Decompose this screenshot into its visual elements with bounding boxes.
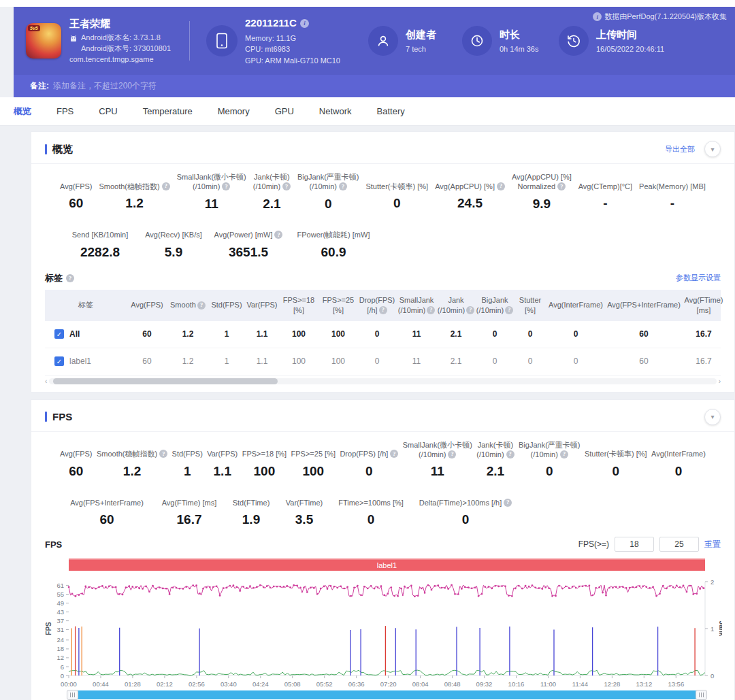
stat-label-line: Avg(FPS) <box>127 300 167 310</box>
zoom-handle-left[interactable] <box>67 690 78 700</box>
help-icon[interactable]: ? <box>557 182 566 190</box>
device-info-icon[interactable]: i <box>300 19 309 28</box>
help-icon[interactable]: ? <box>159 450 167 458</box>
svg-text:1: 1 <box>710 625 714 633</box>
help-icon[interactable]: ? <box>162 182 170 190</box>
stat-label: Drop(FPS) [/h]? <box>340 440 398 459</box>
zoom-handle-right[interactable] <box>696 690 707 700</box>
param-display-settings-link[interactable]: 参数显示设置 <box>676 273 721 283</box>
row-checkbox[interactable]: ✓ <box>54 329 64 339</box>
stat-cell: Jank(卡顿)(/10min)?2.1 <box>476 440 514 480</box>
stat-label-line: Var(FPS) <box>245 300 279 310</box>
stat-label-line: Avg(AppCPU) [%] <box>512 172 572 182</box>
labels-table-header: 标签Avg(FPS)Smooth?Std(FPS)Var(FPS)FPS>=18… <box>45 290 721 321</box>
stat-cell: SmallJank(微小卡顿)(/10min)?11 <box>403 440 472 480</box>
stat-value: 1.2 <box>97 464 167 479</box>
column-header: FPS>=25[%] <box>318 295 358 315</box>
version-note-text: 数据由PerfDog(7.1.220504)版本收集 <box>604 12 727 22</box>
stat-label-line: (/10min)? <box>403 450 472 459</box>
tab-GPU[interactable]: GPU <box>275 106 294 116</box>
tab-Battery[interactable]: Battery <box>377 106 405 116</box>
fps-threshold-input-1[interactable] <box>615 537 654 552</box>
stat-value: 0 <box>651 464 706 479</box>
fps-chart[interactable]: FPSJank0612182431374349556101200:0000:44… <box>45 576 722 689</box>
chevron-down-icon: ▾ <box>710 146 714 153</box>
cell: 100 <box>279 329 318 339</box>
stat-cell: Peak(Memory) [MB]- <box>639 172 706 212</box>
cell: 2.1 <box>437 356 475 366</box>
svg-text:2: 2 <box>710 578 714 586</box>
stat-label-line: Smooth? <box>167 300 208 310</box>
tab-CPU[interactable]: CPU <box>99 106 117 116</box>
stat-value: 0 <box>365 196 428 211</box>
history-icon <box>559 26 589 56</box>
stat-label-line: (/10min)? <box>177 182 246 191</box>
help-icon[interactable]: ? <box>66 274 74 282</box>
tab-Memory[interactable]: Memory <box>218 106 250 116</box>
stat-cell: Smooth(稳帧指数)?1.2 <box>99 172 169 212</box>
tab-Temperature[interactable]: Temperature <box>143 106 193 116</box>
stat-label: Avg(FPS) <box>60 440 92 459</box>
help-icon[interactable]: ? <box>222 182 230 190</box>
remark-placeholder: 添加备注，不超过200个字符 <box>53 80 157 92</box>
svg-text:11:44: 11:44 <box>572 680 588 688</box>
stat-label: Jank(卡顿)(/10min)? <box>476 440 514 460</box>
stat-label-line: (/10min)? <box>437 305 475 315</box>
hscroll-thumb[interactable] <box>53 378 278 384</box>
creator-label: 创建者 <box>406 27 436 43</box>
stat-cell: Std(FTime)1.9 <box>225 488 278 527</box>
collapse-overview-button[interactable]: ▾ <box>704 141 721 157</box>
cell: 16.7 <box>682 329 725 339</box>
scroll-left-icon[interactable]: ‹ <box>45 378 47 385</box>
duration-group: 时长 0h 14m 36s <box>462 26 559 56</box>
help-icon[interactable]: ? <box>274 231 282 239</box>
stat-label-line: Delta(FTime)>100ms [/h]? <box>411 498 520 507</box>
cell: 1.1 <box>245 356 279 366</box>
chart-zoom-slider[interactable] <box>69 690 705 699</box>
help-icon[interactable]: ? <box>560 450 568 459</box>
svg-text:02:56: 02:56 <box>189 680 205 688</box>
stat-label-line: [ms] <box>682 305 725 315</box>
stat-label: Avg(Recv) [KB/s] <box>140 221 207 240</box>
stat-label: Smooth(稳帧指数)? <box>97 440 167 459</box>
help-icon[interactable]: ? <box>497 182 505 190</box>
cell: 0 <box>546 329 606 339</box>
fps-stats-row2: Avg(FPS+InterFrame)60Avg(FTime) [ms]16.7… <box>45 480 721 529</box>
help-icon[interactable]: ? <box>379 306 387 314</box>
creator-value: 7 tech <box>406 44 436 55</box>
reset-button[interactable]: 重置 <box>704 539 721 550</box>
stat-label: Avg(FTime) [ms] <box>154 488 225 507</box>
cell: 1 <box>208 329 245 339</box>
row-checkbox[interactable]: ✓ <box>54 356 64 366</box>
help-icon[interactable]: ? <box>466 306 474 314</box>
stat-label: Avg(AppCPU) [%]Normalized? <box>512 172 572 192</box>
help-icon[interactable]: ? <box>448 450 456 459</box>
export-all-link[interactable]: 导出全部 <box>665 144 695 154</box>
tab-概览[interactable]: 概览 <box>14 105 31 118</box>
fps-threshold-input-2[interactable] <box>659 537 699 552</box>
cell: 0 <box>514 329 546 339</box>
help-icon[interactable]: ? <box>505 306 513 314</box>
stat-label: Smooth(稳帧指数)? <box>99 172 169 191</box>
stat-label: Var(FPS) <box>207 440 238 459</box>
help-icon[interactable]: ? <box>427 306 435 314</box>
help-icon[interactable]: ? <box>339 182 347 190</box>
scroll-right-icon[interactable]: › <box>719 378 721 385</box>
fps-stats-row1: Avg(FPS)60Smooth(稳帧指数)?1.2Std(FPS)1Var(F… <box>45 432 721 481</box>
help-icon[interactable]: ? <box>504 499 512 507</box>
stat-label: Avg(AppCPU) [%]? <box>435 172 505 191</box>
device-gpu: GPU: ARM Mali-G710 MC10 <box>245 55 340 67</box>
hscroll-track[interactable] <box>49 378 716 384</box>
collapse-fps-button[interactable]: ▾ <box>704 409 721 425</box>
tab-Network[interactable]: Network <box>319 106 352 116</box>
help-icon[interactable]: ? <box>197 301 206 310</box>
overview-stats-row2: Send [KB/10min]2282.8Avg(Recv) [KB/s]5.9… <box>45 213 721 261</box>
help-icon[interactable]: ? <box>282 182 291 190</box>
svg-text:03:40: 03:40 <box>220 680 237 688</box>
help-icon[interactable]: ? <box>390 450 398 458</box>
stat-label: SmallJank(微小卡顿)(/10min)? <box>403 440 472 460</box>
help-icon[interactable]: ? <box>506 450 514 459</box>
remark-bar[interactable]: 备注: 添加备注，不超过200个字符 <box>14 75 735 97</box>
stat-label: 标签 <box>45 300 127 310</box>
tab-FPS[interactable]: FPS <box>56 106 74 116</box>
